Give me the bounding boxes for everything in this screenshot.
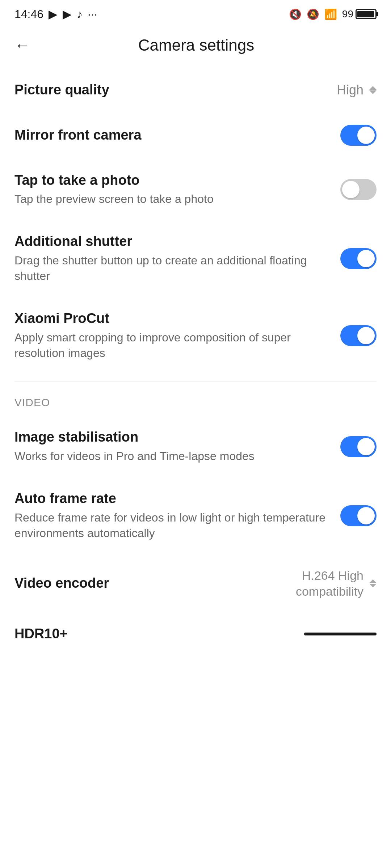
setting-item-tap-to-photo: Tap to take a photo Tap the preview scre… [14, 159, 377, 221]
setting-title-encoder: Video encoder [14, 575, 285, 592]
setting-title-shutter: Additional shutter [14, 233, 329, 250]
play2-icon: ▶ [63, 7, 72, 21]
setting-item-procut: Xiaomi ProCut Apply smart cropping to im… [14, 297, 377, 374]
play-icon: ▶ [49, 7, 58, 21]
setting-title-picture-quality: Picture quality [14, 82, 326, 98]
setting-title-frame-rate: Auto frame rate [14, 490, 329, 507]
more-icon: ··· [88, 8, 97, 21]
toggle-knob [357, 127, 375, 144]
section-divider [14, 382, 377, 382]
back-button[interactable]: ← [14, 37, 30, 53]
time-display: 14:46 [14, 8, 43, 21]
setting-item-additional-shutter: Additional shutter Drag the shutter butt… [14, 220, 377, 297]
page-header: ← Camera settings [0, 25, 391, 69]
setting-desc-tap: Tap the preview screen to take a photo [14, 191, 329, 207]
setting-text-encoder: Video encoder [14, 575, 296, 592]
status-left: 14:46 ▶ ▶ ♪ ··· [14, 7, 97, 21]
chevron-up-icon [369, 86, 377, 90]
tiktok-icon: ♪ [77, 8, 83, 21]
setting-text-mirror: Mirror front camera [14, 127, 340, 144]
setting-desc-frame-rate: Reduce frame rate for videos in low ligh… [14, 510, 329, 541]
setting-desc-procut: Apply smart cropping to improve composit… [14, 330, 329, 361]
setting-title-mirror: Mirror front camera [14, 127, 329, 144]
setting-text-procut: Xiaomi ProCut Apply smart cropping to im… [14, 310, 340, 361]
setting-text-frame-rate: Auto frame rate Reduce frame rate for vi… [14, 490, 340, 541]
setting-item-mirror-front-camera: Mirror front camera [14, 112, 377, 159]
toggle-knob [357, 438, 375, 455]
chevron-down-icon [369, 584, 377, 587]
page-title: Camera settings [38, 36, 355, 54]
battery-icon [356, 9, 377, 19]
setting-desc-shutter: Drag the shutter button up to create an … [14, 253, 329, 284]
auto-frame-rate-toggle[interactable] [340, 505, 377, 526]
tap-to-photo-toggle[interactable] [340, 179, 377, 200]
picture-quality-dropdown[interactable]: High [337, 82, 377, 98]
chevron-up-icon [369, 579, 377, 583]
setting-item-video-encoder[interactable]: Video encoder H.264 Highcompatibility [14, 554, 377, 613]
setting-item-image-stabilisation: Image stabilisation Works for videos in … [14, 416, 377, 477]
setting-text-picture-quality: Picture quality [14, 82, 337, 98]
toggle-knob [342, 181, 360, 198]
setting-title-procut: Xiaomi ProCut [14, 310, 329, 327]
toggle-knob [357, 250, 375, 267]
video-encoder-dropdown[interactable]: H.264 Highcompatibility [296, 567, 377, 599]
procut-toggle[interactable] [340, 325, 377, 346]
toggle-knob [357, 507, 375, 524]
wifi-icon: 📶 [324, 8, 337, 20]
picture-quality-value: High [337, 82, 363, 98]
setting-title-stabilisation: Image stabilisation [14, 429, 329, 446]
video-section-label: VIDEO [14, 393, 377, 416]
mirror-front-camera-toggle[interactable] [340, 125, 377, 146]
mute-icon: 🔇 [289, 8, 302, 20]
settings-list: Picture quality High Mirror front camera… [0, 69, 391, 650]
chevron-down-icon [369, 90, 377, 94]
setting-text-tap: Tap to take a photo Tap the preview scre… [14, 172, 340, 207]
image-stabilisation-toggle[interactable] [340, 436, 377, 457]
setting-title-hdr: HDR10+ [14, 626, 68, 642]
setting-text-stabilisation: Image stabilisation Works for videos in … [14, 429, 340, 464]
setting-item-picture-quality[interactable]: Picture quality High [14, 69, 377, 112]
toggle-knob [357, 327, 375, 344]
video-encoder-chevron [369, 579, 377, 587]
battery-container: 99 [342, 8, 377, 20]
setting-title-tap: Tap to take a photo [14, 172, 329, 189]
setting-text-shutter: Additional shutter Drag the shutter butt… [14, 233, 340, 284]
status-bar: 14:46 ▶ ▶ ♪ ··· 🔇 🔕 📶 99 [0, 0, 391, 25]
video-encoder-value: H.264 Highcompatibility [296, 567, 363, 599]
hdr-bar [304, 633, 377, 635]
additional-shutter-toggle[interactable] [340, 248, 377, 269]
setting-desc-stabilisation: Works for videos in Pro and Time-lapse m… [14, 448, 329, 464]
setting-item-auto-frame-rate: Auto frame rate Reduce frame rate for vi… [14, 477, 377, 554]
silent-icon: 🔕 [307, 8, 319, 20]
picture-quality-chevron [369, 86, 377, 94]
status-right: 🔇 🔕 📶 99 [289, 8, 377, 20]
battery-percent: 99 [342, 8, 353, 20]
setting-item-hdr: HDR10+ [14, 613, 377, 650]
